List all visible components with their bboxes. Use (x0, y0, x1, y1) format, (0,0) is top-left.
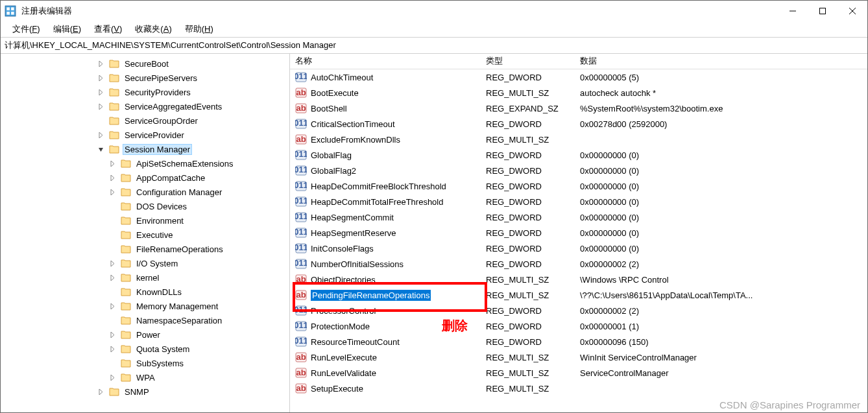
value-row[interactable]: BootExecuteREG_MULTI_SZautocheck autochk… (290, 85, 867, 100)
tree-item[interactable]: Executive (1, 228, 289, 242)
menubar: 文件(F) 编辑(E) 查看(V) 收藏夹(A) 帮助(H) (1, 21, 867, 37)
tree-twisty-icon[interactable] (110, 261, 120, 266)
value-row[interactable]: ObjectDirectoriesREG_MULTI_SZ\Windows \R… (290, 272, 867, 287)
folder-icon (108, 87, 120, 97)
tree-item[interactable]: FileRenameOperations (1, 242, 289, 256)
tree-pane[interactable]: SecureBootSecurePipeServersSecurityProvi… (1, 54, 290, 412)
tree-twisty-icon[interactable] (110, 161, 120, 167)
value-row[interactable]: PendingFileRenameOperationsREG_MULTI_SZ\… (290, 287, 867, 303)
tree-twisty-icon[interactable] (110, 275, 120, 281)
tree-item-label: ServiceGroupOrder (123, 115, 200, 126)
tree-twisty-icon[interactable] (98, 104, 108, 110)
tree-twisty-icon[interactable] (110, 346, 120, 352)
value-row[interactable]: InitConsoleFlagsREG_DWORD0x00000000 (0) (290, 241, 867, 256)
value-row[interactable]: HeapDeCommitFreeBlockThresholdREG_DWORD0… (290, 178, 867, 194)
value-row[interactable]: GlobalFlag2REG_DWORD0x00000000 (0) (290, 163, 867, 178)
menu-favorites[interactable]: 收藏夹(A) (130, 22, 176, 36)
tree-item[interactable]: DOS Devices (1, 199, 289, 213)
folder-icon (108, 386, 120, 397)
tree-item[interactable]: Configuration Manager (1, 185, 289, 199)
value-type: REG_DWORD (481, 227, 575, 239)
menu-file[interactable]: 文件(F) (7, 22, 45, 36)
app-icon (5, 5, 16, 17)
value-row[interactable]: RunLevelValidateREG_MULTI_SZServiceContr… (290, 365, 867, 381)
folder-icon (120, 230, 132, 240)
value-name: CriticalSectionTimeout (311, 119, 395, 129)
tree-twisty-icon[interactable] (98, 75, 108, 81)
menu-view[interactable]: 查看(V) (89, 22, 127, 36)
tree-item[interactable]: SecurePipeServers (1, 71, 289, 85)
value-row[interactable]: GlobalFlagREG_DWORD0x00000000 (0) (290, 147, 867, 163)
tree-item[interactable]: AppCompatCache (1, 171, 289, 185)
tree-item[interactable]: Quota System (1, 342, 289, 356)
tree-item[interactable]: Environment (1, 213, 289, 228)
content-area: SecureBootSecurePipeServersSecurityProvi… (1, 54, 867, 412)
tree-item[interactable]: kernel (1, 270, 289, 285)
tree-item[interactable]: SecurityProviders (1, 85, 289, 99)
column-data[interactable]: 数据 (575, 54, 867, 69)
value-row[interactable]: ExcludeFromKnownDllsREG_MULTI_SZ (290, 132, 867, 147)
value-row[interactable]: ProcessorControlREG_DWORD0x00000002 (2) (290, 303, 867, 318)
tree-twisty-icon[interactable] (98, 132, 108, 138)
registry-tree: SecureBootSecurePipeServersSecurityProvi… (1, 56, 289, 399)
menu-edit[interactable]: 编辑(E) (48, 22, 86, 36)
tree-twisty-icon[interactable] (98, 61, 108, 67)
tree-item[interactable]: ApiSetSchemaExtensions (1, 156, 289, 171)
value-name: NumberOfInitialSessions (311, 259, 404, 269)
tree-item[interactable]: NamespaceSeparation (1, 313, 289, 327)
folder-icon (120, 329, 132, 340)
tree-twisty-icon[interactable] (110, 332, 120, 338)
tree-item[interactable]: Power (1, 327, 289, 342)
value-type: REG_DWORD (481, 118, 575, 130)
tree-twisty-icon[interactable] (110, 189, 120, 195)
folder-icon (120, 187, 132, 197)
minimize-button[interactable] (778, 1, 808, 21)
value-type: REG_DWORD (481, 196, 575, 208)
list-pane[interactable]: 名称 类型 数据 AutoChkTimeoutREG_DWORD0x000000… (290, 54, 867, 412)
value-row[interactable]: SetupExecuteREG_MULTI_SZ (290, 381, 867, 396)
tree-item[interactable]: I/O System (1, 256, 289, 270)
tree-item-label: SecureBoot (123, 58, 171, 69)
value-type: REG_DWORD (481, 149, 575, 161)
tree-item[interactable]: SecureBoot (1, 56, 289, 71)
tree-item[interactable]: WPA (1, 370, 289, 384)
tree-item[interactable]: ServiceProvider (1, 128, 289, 142)
tree-twisty-icon[interactable] (98, 147, 108, 152)
tree-twisty-icon[interactable] (110, 375, 120, 381)
tree-item[interactable]: Memory Management (1, 299, 289, 313)
value-row[interactable]: HeapSegmentCommitREG_DWORD0x00000000 (0) (290, 209, 867, 225)
value-row[interactable]: BootShellREG_EXPAND_SZ%SystemRoot%\syste… (290, 100, 867, 116)
tree-item[interactable]: SubSystems (1, 356, 289, 370)
tree-twisty-icon[interactable] (98, 389, 108, 395)
column-type[interactable]: 类型 (481, 54, 575, 69)
tree-item[interactable]: KnownDLLs (1, 285, 289, 299)
addressbar[interactable]: 计算机\HKEY_LOCAL_MACHINE\SYSTEM\CurrentCon… (1, 37, 867, 54)
tree-item[interactable]: ServiceAggregatedEvents (1, 99, 289, 113)
tree-item-label: ServiceProvider (123, 130, 186, 141)
tree-twisty-icon[interactable] (98, 89, 108, 95)
column-name[interactable]: 名称 (290, 54, 481, 69)
value-type: REG_DWORD (481, 320, 575, 333)
binary-value-icon (295, 243, 307, 254)
value-row[interactable]: CriticalSectionTimeoutREG_DWORD0x00278d0… (290, 116, 867, 132)
value-type: REG_MULTI_SZ (481, 87, 575, 99)
close-button[interactable] (838, 1, 867, 21)
menu-help[interactable]: 帮助(H) (180, 22, 219, 36)
tree-item-label: kernel (134, 272, 161, 283)
value-row[interactable]: HeapDeCommitTotalFreeThresholdREG_DWORD0… (290, 194, 867, 209)
value-row[interactable]: ResourceTimeoutCountREG_DWORD0x00000096 … (290, 334, 867, 349)
tree-twisty-icon[interactable] (110, 175, 120, 181)
value-data: \Windows \RPC Control (575, 274, 867, 286)
window-controls (778, 1, 867, 21)
tree-item[interactable]: ServiceGroupOrder (1, 113, 289, 128)
tree-item[interactable]: SNMP (1, 384, 289, 399)
tree-item[interactable]: Session Manager (1, 142, 289, 156)
tree-twisty-icon[interactable] (110, 303, 120, 309)
value-row[interactable]: AutoChkTimeoutREG_DWORD0x00000005 (5) (290, 69, 867, 85)
value-row[interactable]: NumberOfInitialSessionsREG_DWORD0x000000… (290, 256, 867, 272)
tree-item-label: FileRenameOperations (134, 244, 225, 255)
maximize-button[interactable] (808, 1, 838, 21)
value-row[interactable]: ProtectionModeREG_DWORD0x00000001 (1) (290, 318, 867, 334)
value-row[interactable]: HeapSegmentReserveREG_DWORD0x00000000 (0… (290, 225, 867, 241)
value-row[interactable]: RunLevelExecuteREG_MULTI_SZWinInit Servi… (290, 349, 867, 365)
